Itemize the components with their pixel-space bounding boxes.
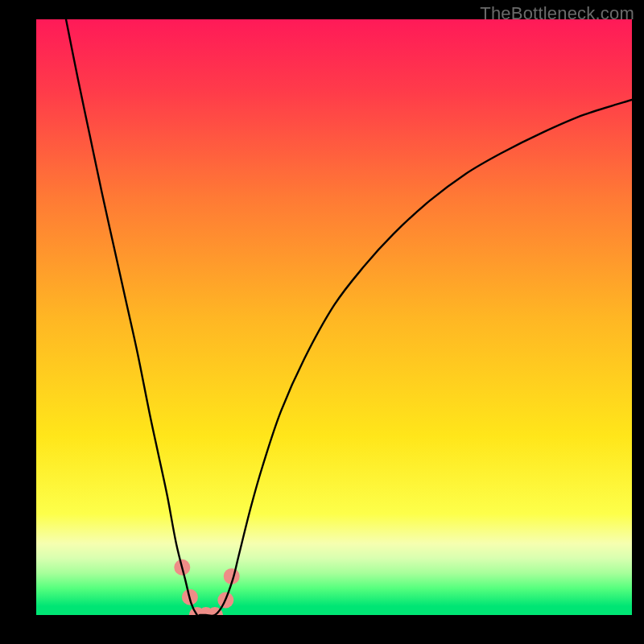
watermark-text: TheBottleneck.com (480, 3, 634, 24)
plot-area (36, 19, 632, 615)
curve-layer (36, 19, 632, 615)
bottleneck-curve (66, 19, 632, 615)
chart-frame: TheBottleneck.com (0, 0, 644, 644)
